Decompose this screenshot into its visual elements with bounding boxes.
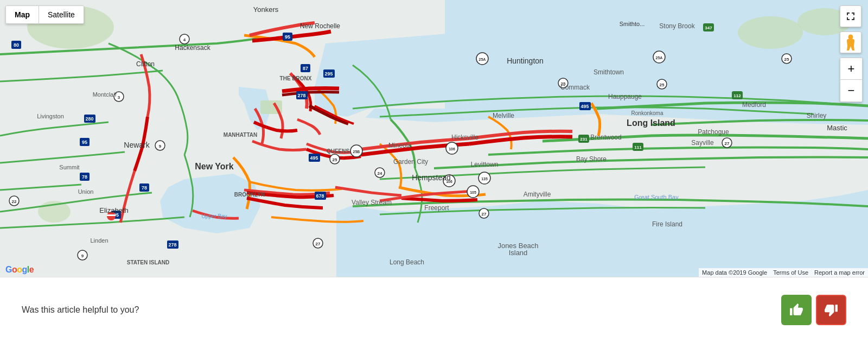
svg-text:135: 135 (481, 177, 488, 181)
zoom-in-button[interactable]: + (840, 58, 862, 80)
svg-text:Upper Bay: Upper Bay (201, 213, 227, 219)
svg-text:Sayville: Sayville (691, 139, 714, 147)
svg-text:495: 495 (310, 155, 318, 161)
svg-text:Patchogue: Patchogue (698, 128, 729, 136)
svg-text:95: 95 (285, 34, 290, 40)
svg-rect-91 (107, 214, 116, 216)
svg-text:Mastic: Mastic (827, 124, 847, 132)
svg-text:Montclair: Montclair (93, 91, 117, 98)
svg-text:25: 25 (333, 157, 337, 162)
svg-text:Hackensack: Hackensack (175, 44, 210, 52)
svg-text:231: 231 (580, 137, 588, 142)
svg-text:3: 3 (118, 95, 120, 100)
svg-text:495: 495 (580, 104, 589, 109)
svg-text:78: 78 (142, 185, 147, 191)
svg-text:Commack: Commack (560, 84, 590, 91)
svg-text:25A: 25A (479, 58, 486, 61)
svg-text:278: 278 (297, 93, 305, 98)
svg-text:Great South Bay: Great South Bay (634, 194, 679, 200)
svg-text:New York: New York (195, 162, 234, 171)
svg-text:Ronkonkoma: Ronkonkoma (631, 110, 663, 116)
svg-text:Union: Union (78, 188, 94, 195)
feedback-no-button[interactable] (816, 295, 846, 325)
svg-text:27: 27 (482, 212, 487, 217)
fullscreen-button[interactable] (840, 5, 861, 27)
svg-text:22: 22 (12, 199, 17, 204)
svg-text:80: 80 (14, 42, 19, 48)
svg-text:Freeport: Freeport (424, 204, 449, 212)
feedback-yes-button[interactable] (781, 295, 812, 325)
google-logo: Google (5, 265, 34, 275)
svg-text:Livingston: Livingston (37, 113, 64, 119)
thumbs-up-icon (789, 303, 803, 317)
svg-text:Stony Brook: Stony Brook (659, 22, 695, 30)
svg-text:25A: 25A (656, 56, 663, 60)
svg-text:Levittown: Levittown (471, 161, 499, 168)
svg-text:Hicksville: Hicksville (451, 134, 478, 141)
feedback-question: Was this article helpful to you? (22, 305, 760, 315)
svg-text:25: 25 (660, 83, 665, 87)
svg-text:BROOKLYN: BROOKLYN (234, 192, 265, 198)
satellite-view-button[interactable]: Satellite (39, 6, 84, 23)
svg-text:Linden: Linden (90, 237, 108, 244)
svg-text:25B: 25B (353, 150, 360, 154)
zoom-out-button[interactable]: − (840, 80, 862, 102)
svg-text:106: 106 (449, 147, 455, 151)
svg-text:278: 278 (168, 242, 176, 248)
svg-text:347: 347 (705, 26, 712, 30)
svg-text:24: 24 (378, 171, 382, 176)
svg-text:25: 25 (784, 57, 789, 62)
feedback-bar: Was this article helpful to you? (0, 277, 868, 342)
map-view-button[interactable]: Map (6, 6, 39, 23)
map-attribution: Map data ©2019 Google Terms of Use Repor… (699, 268, 868, 277)
pegman-button[interactable] (840, 31, 861, 53)
svg-text:New Rochelle: New Rochelle (300, 22, 340, 30)
svg-text:95: 95 (82, 140, 87, 145)
svg-text:Shirley: Shirley (807, 112, 827, 119)
svg-text:Newark: Newark (124, 141, 150, 149)
svg-text:Hempstead: Hempstead (412, 173, 451, 182)
svg-text:Garden City: Garden City (393, 158, 428, 166)
svg-text:Long Beach: Long Beach (390, 258, 424, 266)
svg-text:Island: Island (509, 249, 528, 257)
map-svg: 95 95 95 87 278 278 295 495 495 678 (0, 0, 868, 277)
svg-text:Hauppauge: Hauppauge (608, 93, 642, 100)
svg-text:Clifton: Clifton (136, 60, 155, 68)
svg-text:9: 9 (159, 144, 162, 149)
svg-text:Smithto...: Smithto... (620, 21, 644, 27)
svg-text:Medford: Medford (742, 101, 766, 109)
svg-text:Mineola: Mineola (388, 142, 411, 149)
map-controls-right: + − (840, 5, 863, 102)
svg-text:9: 9 (81, 254, 84, 258)
svg-text:4: 4 (183, 37, 186, 42)
svg-text:Melville: Melville (493, 112, 514, 119)
svg-text:Summit: Summit (59, 164, 79, 170)
svg-text:MANHATTAN: MANHATTAN (224, 132, 257, 138)
map-container: 95 95 95 87 278 278 295 495 495 678 (0, 0, 868, 277)
svg-text:Fire Island: Fire Island (652, 220, 682, 228)
svg-text:Yonkers: Yonkers (253, 5, 279, 14)
svg-text:Valley Stream: Valley Stream (352, 199, 392, 206)
svg-text:Smithtown: Smithtown (593, 68, 624, 76)
svg-text:Long Island: Long Island (627, 118, 675, 128)
svg-text:THE BRONX: THE BRONX (280, 75, 312, 81)
svg-text:87: 87 (303, 66, 308, 71)
map-data-credit: Map data ©2019 Google (702, 269, 767, 276)
zoom-controls: + − (840, 58, 863, 102)
svg-text:Elizabeth: Elizabeth (99, 206, 128, 214)
svg-text:27: 27 (725, 141, 730, 146)
svg-text:678: 678 (316, 193, 324, 199)
map-type-controls: Map Satellite (5, 5, 84, 24)
svg-text:STATEN ISLAND: STATEN ISLAND (127, 259, 170, 265)
svg-text:Amityville: Amityville (524, 191, 551, 198)
svg-text:105: 105 (470, 191, 476, 194)
svg-text:295: 295 (324, 71, 333, 77)
svg-text:280: 280 (85, 116, 93, 122)
report-error-link[interactable]: Report a map error (814, 269, 865, 276)
svg-text:78: 78 (82, 174, 87, 180)
svg-text:Huntington: Huntington (507, 56, 544, 65)
svg-text:27: 27 (316, 242, 321, 246)
svg-text:111: 111 (634, 145, 642, 150)
thumbs-down-icon (824, 303, 838, 317)
terms-of-use-link[interactable]: Terms of Use (773, 269, 808, 276)
